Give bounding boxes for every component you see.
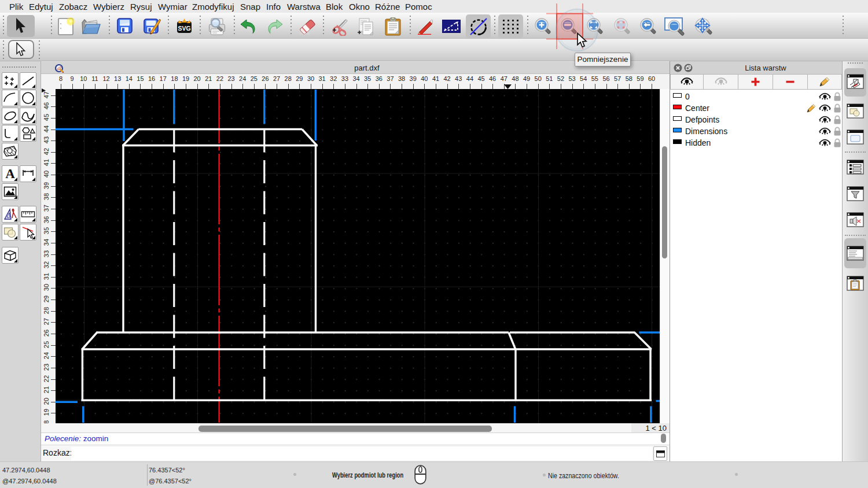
svg-text:A: A xyxy=(5,167,15,181)
svg-text:SVG: SVG xyxy=(178,25,190,32)
